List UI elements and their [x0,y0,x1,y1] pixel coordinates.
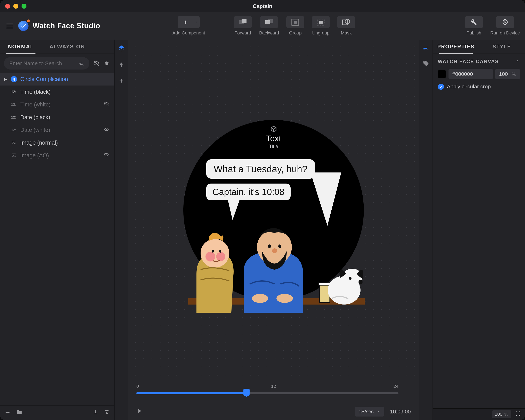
menu-button[interactable] [5,22,14,29]
layer-name: Time (white) [20,102,51,108]
chevron-down-icon [376,410,381,414]
remove-layer-button[interactable] [5,409,10,417]
layer-row[interactable]: Image (normal) [0,136,114,149]
app-window: Captain Watch Face Studio Add Component … [0,0,525,420]
svg-point-27 [201,239,229,268]
speech-bubble-date[interactable]: What a Tuesday, huh? [206,159,315,179]
tab-properties[interactable]: PROPERTIES [433,40,479,54]
svg-point-37 [276,294,293,303]
bg-color-swatch[interactable] [438,70,446,78]
svg-point-34 [278,244,281,248]
text-icon: 12: [11,128,17,132]
timeline-end-label: 24 [394,384,398,389]
expand-icon[interactable]: ▸ [4,76,8,83]
window-title: Captain [0,3,525,9]
app-brand: Watch Face Studio [33,21,100,30]
right-rail [419,40,432,420]
app-header: Watch Face Studio Add Component Forward … [0,12,525,40]
layer-row[interactable]: 12:Time (black) [0,85,114,98]
layer-name: Image (normal) [20,140,58,146]
app-logo [18,21,28,31]
group-label: Group [289,30,302,36]
timeline-track[interactable] [136,392,398,394]
svg-point-21 [13,142,14,142]
layer-name: Image (AO) [20,152,49,159]
rail-layers-icon[interactable] [118,45,125,53]
publish-label: Publish [467,30,481,36]
backward-button[interactable] [260,16,278,28]
layer-row[interactable]: 12:Date (black) [0,111,114,124]
ungroup-button[interactable] [312,16,330,28]
watch-image[interactable] [188,223,365,313]
hidden-icon[interactable] [103,152,109,159]
search-icon [79,61,84,66]
svg-rect-5 [294,21,297,24]
search-input[interactable] [9,60,76,67]
collapse-section-button[interactable] [515,58,520,65]
layer-row[interactable]: ▸4Circle Complication [0,73,114,85]
image-icon [11,153,17,158]
layer-search[interactable] [4,57,89,70]
timeline-mid-label: 12 [271,384,276,389]
rail-add-icon[interactable] [118,78,124,85]
rail-properties-icon[interactable] [423,45,429,53]
svg-rect-1 [242,19,246,23]
layer-row[interactable]: 12:Time (white) [0,98,114,111]
watch-face[interactable]: Text Title What a Tuesday, huh? Captain,… [183,120,364,300]
layer-row[interactable]: 12:Date (white) [0,124,114,136]
bubble-tail-1 [310,172,341,226]
folder-button[interactable] [16,409,22,417]
rail-pin-icon[interactable] [119,62,124,70]
playbar: 1S/sec 10:09:00 [128,403,419,420]
svg-point-28 [206,252,215,261]
layer-count-badge: 4 [11,76,17,82]
layer-row[interactable]: Image (AO) [0,149,114,162]
properties-panel: PROPERTIES STYLE WATCH FACE CANVAS #0000… [432,40,525,420]
bg-opacity-input[interactable]: 100% [495,69,520,79]
tab-style[interactable]: STYLE [479,40,525,54]
timeline-thumb[interactable] [244,389,250,396]
run-on-device-button[interactable] [496,16,514,28]
svg-point-29 [216,252,225,261]
add-component-button[interactable] [178,16,200,28]
layers-panel: NORMAL ALWAYS-ON ▸4Circle Complication12… [0,40,115,420]
export-button[interactable] [104,409,110,417]
layer-name: Time (black) [20,89,51,95]
svg-point-23 [13,154,14,155]
bg-color-hex-input[interactable]: #000000 [449,69,493,79]
hidden-icon[interactable] [103,102,109,108]
timeline[interactable]: 0 12 24 [128,381,419,403]
svg-point-42 [358,280,363,284]
apply-circular-crop-checkbox[interactable]: Apply circular crop [438,84,520,90]
fit-screen-button[interactable] [515,411,521,418]
hidden-icon[interactable] [103,127,109,133]
group-button[interactable] [286,16,304,28]
complication-top[interactable]: Text Title [266,125,281,149]
svg-marker-12 [505,21,506,23]
speech-bubble-time[interactable]: Captain, it's 10:08 [206,184,291,200]
zoom-input[interactable]: 100% [492,410,511,418]
play-button[interactable] [136,408,142,415]
canvas[interactable]: Text Title What a Tuesday, huh? Captain,… [129,41,418,380]
svg-point-35 [272,248,277,253]
forward-button[interactable] [234,16,252,28]
svg-rect-3 [265,20,270,24]
mask-button[interactable] [337,16,355,28]
mask-label: Mask [341,30,352,36]
svg-rect-8 [342,20,347,25]
tab-normal[interactable]: NORMAL [0,40,42,54]
tab-always-on[interactable]: ALWAYS-ON [42,40,93,54]
svg-point-43 [349,277,352,280]
rail-tags-icon[interactable] [423,60,429,68]
unlock-all-icon[interactable] [103,59,111,67]
import-button[interactable] [93,409,98,417]
hide-all-icon[interactable] [93,59,100,67]
publish-button[interactable] [465,16,483,28]
playback-rate-dropdown[interactable]: 1S/sec [355,407,384,417]
apply-crop-label: Apply circular crop [447,84,491,90]
text-icon: 12: [11,102,17,107]
titlebar: Captain [0,0,525,12]
forward-label: Forward [234,30,251,36]
layer-name: Circle Complication [20,76,68,83]
run-label: Run on Device [490,30,520,36]
